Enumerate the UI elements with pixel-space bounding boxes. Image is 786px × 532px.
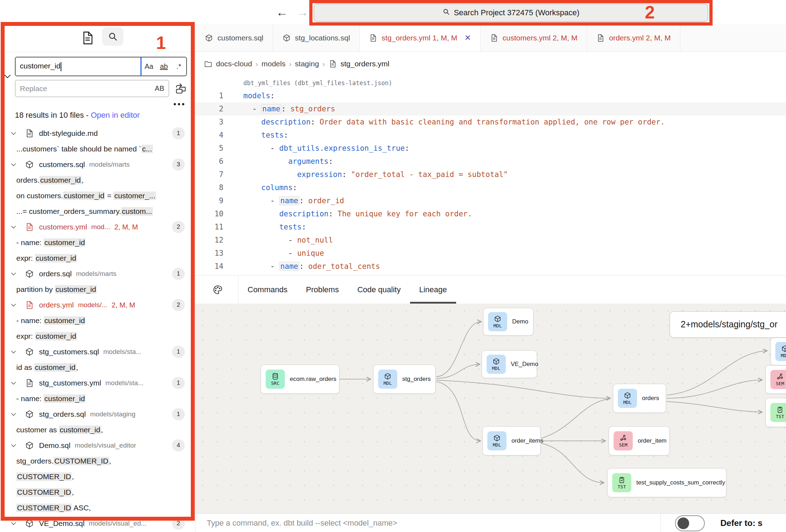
result-file-row[interactable]: orders.sqlmodels/marts1 xyxy=(0,266,195,282)
chevron-down-icon[interactable] xyxy=(3,72,12,81)
replace-all-icon[interactable] xyxy=(174,82,188,96)
command-input[interactable]: Type a command, ex. dbt build --select <… xyxy=(207,514,397,532)
lineage-node-test_supply_costs_sum_correctly[interactable]: TSTtest_supply_costs_sum_correctly xyxy=(607,468,726,497)
chevron-down-icon[interactable] xyxy=(10,348,17,355)
result-match-row[interactable]: on customers.customer_id = customer_... xyxy=(0,188,195,204)
code-line-3[interactable]: 3 description: Order data with basic cle… xyxy=(195,116,786,129)
lineage-node-partial[interactable]: SEM xyxy=(765,365,786,394)
file-explorer-icon[interactable] xyxy=(80,31,95,45)
editor-tab-orders-yml[interactable]: orders.yml 2, M, M xyxy=(587,24,680,52)
model-cube-icon xyxy=(282,34,291,42)
lineage-node-partial[interactable]: MDL xyxy=(770,338,786,365)
result-file-row[interactable]: stg_customers.ymlmodels/sta...1 xyxy=(0,375,195,391)
result-match-row[interactable]: expr: customer_id xyxy=(0,250,195,266)
result-file-row[interactable]: orders.ymlmodels/...2, M, M2 xyxy=(0,297,195,313)
result-file-row[interactable]: stg_orders.sqlmodels/staging1 xyxy=(0,406,195,422)
lineage-selector-box[interactable]: 2+models/staging/stg_or xyxy=(670,311,786,338)
chevron-down-icon[interactable] xyxy=(10,411,17,418)
breadcrumb-file[interactable]: stg_orders.yml xyxy=(341,60,389,68)
lineage-node-stg_orders[interactable]: MDLstg_orders xyxy=(373,365,436,394)
panel-tab-lineage[interactable]: Lineage xyxy=(410,276,456,304)
lineage-node-orders[interactable]: MDLorders xyxy=(613,384,666,413)
result-match-row[interactable]: ...customers` table should be named `c..… xyxy=(0,141,195,157)
code-line-8[interactable]: 8 columns: xyxy=(195,181,786,194)
lineage-node-order_items[interactable]: MDLorder_items xyxy=(482,426,541,455)
panel-tab-code-quality[interactable]: Code quality xyxy=(348,276,410,304)
code-line-13[interactable]: 13 - unique xyxy=(195,247,786,260)
code-line-1[interactable]: 1models: xyxy=(195,89,786,102)
lineage-canvas[interactable]: 2+models/staging/stg_or SRCecom.raw_orde… xyxy=(195,304,786,514)
chevron-down-icon[interactable] xyxy=(10,301,17,309)
editor-tab-customers-yml[interactable]: customers.yml 2, M, M xyxy=(481,24,587,52)
lineage-node-Demo[interactable]: MDLDemo xyxy=(483,308,533,336)
result-match-row[interactable]: CUSTOMER_ID, xyxy=(0,484,195,500)
result-match-row[interactable]: id as customer_id, xyxy=(0,360,195,375)
code-editor[interactable]: dbt_yml_files (dbt_yml_files-latest.json… xyxy=(195,76,786,275)
chevron-down-icon[interactable] xyxy=(10,130,17,137)
result-file-row[interactable]: dbt-styleguide.md1 xyxy=(0,126,195,141)
code-line-6[interactable]: 6 arguments: xyxy=(195,155,786,168)
lineage-node-ecom-raw_orders[interactable]: SRCecom.raw_orders xyxy=(261,365,339,394)
chevron-down-icon[interactable] xyxy=(10,520,17,527)
more-actions-icon[interactable]: ••• xyxy=(173,100,186,109)
editor-tab-stg_orders-yml[interactable]: stg_orders.yml 1, M, M✕ xyxy=(360,24,481,52)
result-file-row[interactable]: Demo.sqlmodels/visual_editor4 xyxy=(0,438,195,453)
result-match-row[interactable]: partition by customer_id xyxy=(0,282,195,297)
chevron-down-icon[interactable] xyxy=(10,379,17,387)
match-case-toggle[interactable]: Aa xyxy=(142,62,156,71)
lineage-node-partial[interactable]: TST xyxy=(765,398,786,427)
result-match-row[interactable]: CUSTOMER_ID ASC, xyxy=(0,500,195,516)
editor-tab-customers-sql[interactable]: customers.sql xyxy=(195,24,273,52)
regex-toggle[interactable]: .* xyxy=(171,62,186,71)
breadcrumb-segment[interactable]: docs-cloud xyxy=(216,60,252,68)
code-line-9[interactable]: 9 - name: order_id xyxy=(195,194,786,207)
preserve-case-toggle[interactable]: AB xyxy=(155,84,168,93)
result-file-row[interactable]: VE_Demo.sqlmodels/visual_ed...2 xyxy=(0,516,195,531)
result-count-badge: 3 xyxy=(172,159,185,171)
open-in-editor-link[interactable]: Open in editor xyxy=(91,111,140,120)
line-content: tests: xyxy=(223,221,306,234)
panel-tab-problems[interactable]: Problems xyxy=(297,276,348,304)
code-line-4[interactable]: 4 tests: xyxy=(195,129,786,142)
panel-tab-commands[interactable]: Commands xyxy=(238,276,297,304)
close-icon[interactable]: ✕ xyxy=(464,33,471,43)
editor-tab-stg_locations-sql[interactable]: stg_locations.sql xyxy=(273,24,360,52)
forward-arrow-icon[interactable]: → xyxy=(297,0,309,24)
code-line-2[interactable]: 2 - name: stg_orders xyxy=(195,102,786,116)
result-file-path: mod... xyxy=(91,223,110,231)
theme-palette-icon[interactable] xyxy=(195,276,238,304)
search-tab-icon[interactable] xyxy=(102,27,123,46)
result-match-row[interactable]: expr: customer_id xyxy=(0,328,195,344)
code-line-12[interactable]: 12 - not_null xyxy=(195,234,786,247)
result-match-row[interactable]: - name: customer_id xyxy=(0,391,195,406)
code-line-14[interactable]: 14 - name: oder_total_cents xyxy=(195,260,786,273)
chevron-down-icon[interactable] xyxy=(10,223,17,231)
result-file-row[interactable]: stg_customers.sqlmodels/sta...1 xyxy=(0,344,195,360)
result-match-row[interactable]: - name: customer_id xyxy=(0,235,195,250)
result-match-row[interactable]: ...= customer_orders_summary.custom... xyxy=(0,204,195,219)
defer-toggle[interactable] xyxy=(675,515,705,531)
search-input[interactable]: customer_id Aa ab .* xyxy=(15,57,187,76)
replace-input[interactable]: Replace AB xyxy=(15,80,169,97)
project-search-bar[interactable]: Search Project 372475 (Workspace) xyxy=(314,4,708,22)
breadcrumb-segment[interactable]: staging xyxy=(295,60,319,68)
whole-word-toggle[interactable]: ab xyxy=(156,62,171,71)
lineage-node-order_item[interactable]: SEMorder_item xyxy=(609,426,670,455)
result-file-row[interactable]: customers.sqlmodels/marts3 xyxy=(0,157,195,172)
chevron-down-icon[interactable] xyxy=(10,442,17,449)
back-arrow-icon[interactable]: ← xyxy=(276,0,288,24)
chevron-down-icon[interactable] xyxy=(10,161,17,168)
breadcrumb-segment[interactable]: models xyxy=(261,60,286,68)
code-line-10[interactable]: 10 description: The unique key for each … xyxy=(195,207,786,221)
code-line-7[interactable]: 7 expression: "order_total - tax_paid = … xyxy=(195,168,786,181)
result-match-row[interactable]: customer as customer_id, xyxy=(0,422,195,438)
result-file-row[interactable]: customers.ymlmod...2, M, M2 xyxy=(0,219,195,235)
result-match-row[interactable]: - name: customer_id xyxy=(0,313,195,328)
result-match-row[interactable]: CUSTOMER_ID, xyxy=(0,469,195,484)
chevron-down-icon[interactable] xyxy=(10,270,17,277)
lineage-node-VE_Demo[interactable]: MDLVE_Demo xyxy=(482,350,537,378)
code-line-11[interactable]: 11 tests: xyxy=(195,221,786,234)
result-match-row[interactable]: orders.customer_id, xyxy=(0,172,195,188)
result-match-row[interactable]: stg_orders.CUSTOMER_ID, xyxy=(0,453,195,469)
code-line-5[interactable]: 5 - dbt_utils.expression_is_true: xyxy=(195,142,786,155)
